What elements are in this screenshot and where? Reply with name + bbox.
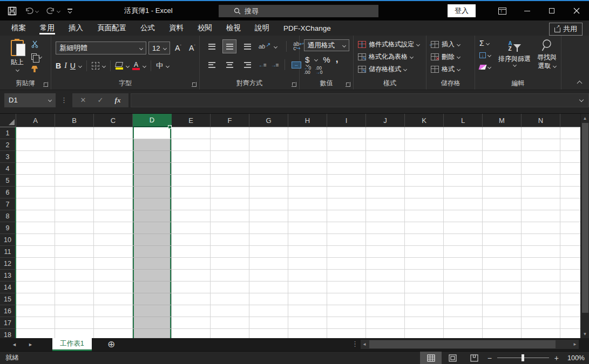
cell-K1[interactable]: [405, 127, 444, 139]
cell-M15[interactable]: [483, 293, 522, 305]
formula-input[interactable]: [131, 93, 589, 107]
cell-E12[interactable]: [172, 258, 211, 270]
cell-L7[interactable]: [444, 198, 483, 210]
cell-N16[interactable]: [522, 305, 560, 317]
cell-A10[interactable]: [16, 234, 55, 246]
cell-E5[interactable]: [172, 175, 211, 187]
cell-E7[interactable]: [172, 198, 211, 210]
cell-J14[interactable]: [366, 281, 405, 293]
column-header-C[interactable]: C: [94, 114, 133, 127]
cell-E11[interactable]: [172, 246, 211, 258]
next-sheet-button[interactable]: ►: [28, 338, 33, 351]
cell-K17[interactable]: [405, 317, 444, 329]
copy-dropdown-icon[interactable]: [38, 54, 42, 58]
cell-D14[interactable]: [133, 281, 172, 293]
row-header-9[interactable]: 9: [0, 222, 16, 234]
cell-M1[interactable]: [483, 127, 522, 139]
cell-K11[interactable]: [405, 246, 444, 258]
align-top-button[interactable]: [205, 40, 218, 53]
cell-L10[interactable]: [444, 234, 483, 246]
cell-I4[interactable]: [327, 163, 366, 175]
cell-D11[interactable]: [133, 246, 172, 258]
cell-J2[interactable]: [366, 139, 405, 151]
cell-C6[interactable]: [94, 187, 133, 198]
cancel-button[interactable]: ✕: [75, 96, 92, 104]
column-header-A[interactable]: A: [16, 114, 55, 127]
cell-A8[interactable]: [16, 210, 55, 222]
cell-B18[interactable]: [55, 329, 94, 338]
cell-I8[interactable]: [327, 210, 366, 222]
cell-L12[interactable]: [444, 258, 483, 270]
cell-J11[interactable]: [366, 246, 405, 258]
cell-F14[interactable]: [211, 281, 249, 293]
cell-D8[interactable]: [133, 210, 172, 222]
cell-L18[interactable]: [444, 329, 483, 338]
normal-view-button[interactable]: [420, 352, 442, 364]
cell-K6[interactable]: [405, 187, 444, 198]
cell-B13[interactable]: [55, 270, 94, 281]
orientation-dropdown-icon[interactable]: [274, 44, 277, 48]
decrease-decimal-button[interactable]: .00→0: [315, 66, 322, 74]
align-middle-button[interactable]: [223, 40, 236, 53]
new-sheet-button[interactable]: ⊕: [107, 339, 115, 351]
cell-C15[interactable]: [94, 293, 133, 305]
cell-L5[interactable]: [444, 175, 483, 187]
zoom-slider[interactable]: [497, 358, 549, 358]
cell-C18[interactable]: [94, 329, 133, 338]
cell-L17[interactable]: [444, 317, 483, 329]
previous-sheet-button[interactable]: ◄: [12, 338, 17, 351]
cell-K7[interactable]: [405, 198, 444, 210]
close-button[interactable]: [564, 1, 589, 20]
cell-G2[interactable]: [249, 139, 288, 151]
tab-檢視[interactable]: 檢視: [219, 20, 248, 36]
percent-button[interactable]: %: [323, 55, 330, 64]
row-header-7[interactable]: 7: [0, 198, 16, 210]
cell-M13[interactable]: [483, 270, 522, 281]
save-button[interactable]: [8, 6, 17, 16]
decrease-indent-button[interactable]: ←≡: [259, 62, 266, 68]
cell-E8[interactable]: [172, 210, 211, 222]
insert-cells-button[interactable]: ← 插入: [431, 39, 460, 49]
cell-E9[interactable]: [172, 222, 211, 234]
cell-A2[interactable]: [16, 139, 55, 151]
cell-I10[interactable]: [327, 234, 366, 246]
cell-C11[interactable]: [94, 246, 133, 258]
column-header-E[interactable]: E: [172, 114, 211, 127]
redo-dropdown-icon[interactable]: [57, 9, 60, 12]
cell-F2[interactable]: [211, 139, 249, 151]
cell-J6[interactable]: [366, 187, 405, 198]
cell-L16[interactable]: [444, 305, 483, 317]
cell-C14[interactable]: [94, 281, 133, 293]
cell-D13[interactable]: [133, 270, 172, 281]
row-header-5[interactable]: 5: [0, 175, 16, 187]
cell-K12[interactable]: [405, 258, 444, 270]
cell-M10[interactable]: [483, 234, 522, 246]
cell-H4[interactable]: [288, 163, 327, 175]
row-header-1[interactable]: 1: [0, 127, 16, 139]
cell-L14[interactable]: [444, 281, 483, 293]
cell-I5[interactable]: [327, 175, 366, 187]
cell-B1[interactable]: [55, 127, 94, 139]
row-header-11[interactable]: 11: [0, 246, 16, 258]
clipboard-dialog-launcher[interactable]: [43, 82, 48, 87]
zoom-slider-thumb[interactable]: [522, 354, 524, 361]
name-box[interactable]: D1: [4, 93, 56, 107]
column-header-N[interactable]: N: [522, 114, 560, 127]
cell-F12[interactable]: [211, 258, 249, 270]
cell-C4[interactable]: [94, 163, 133, 175]
cell-H5[interactable]: [288, 175, 327, 187]
cell-H18[interactable]: [288, 329, 327, 338]
cell-A18[interactable]: [16, 329, 55, 338]
cell-B12[interactable]: [55, 258, 94, 270]
row-header-10[interactable]: 10: [0, 234, 16, 246]
cell-M11[interactable]: [483, 246, 522, 258]
cell-N7[interactable]: [522, 198, 560, 210]
cell-E15[interactable]: [172, 293, 211, 305]
collapse-ribbon-button[interactable]: [577, 81, 583, 86]
cell-J17[interactable]: [366, 317, 405, 329]
cell-N11[interactable]: [522, 246, 560, 258]
cell-B8[interactable]: [55, 210, 94, 222]
cell-H11[interactable]: [288, 246, 327, 258]
cell-H14[interactable]: [288, 281, 327, 293]
cell-A9[interactable]: [16, 222, 55, 234]
